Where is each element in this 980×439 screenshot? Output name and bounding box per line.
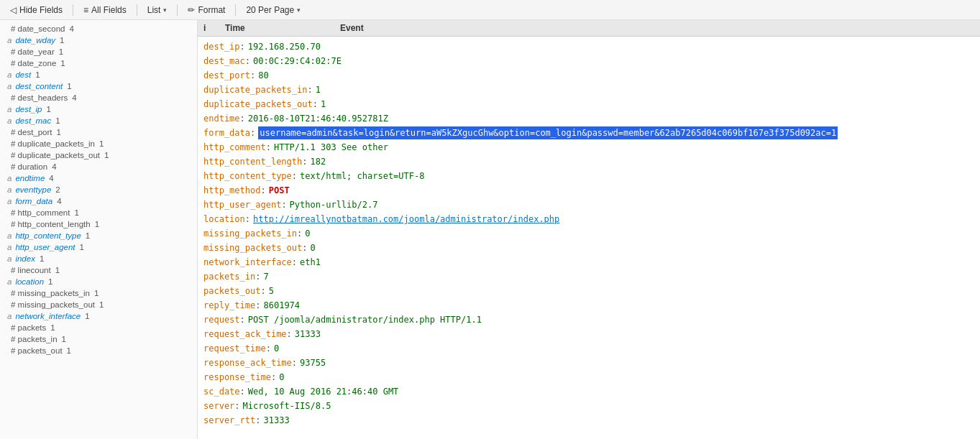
sidebar-item-location[interactable]: alocation1: [0, 276, 197, 287]
sidebar-item-form_data[interactable]: aform_data4: [0, 195, 197, 207]
per-page-button[interactable]: 20 Per Page ▾: [242, 4, 305, 17]
field-type-icon: a: [7, 254, 12, 263]
sidebar-item-index[interactable]: aindex1: [0, 253, 197, 264]
event-field-key: dest_port: [203, 69, 250, 82]
sidebar-item-linecount[interactable]: # linecount1: [0, 264, 197, 276]
event-field-row: http_comment: HTTP/1.1 303 See other: [203, 140, 974, 154]
field-type-icon: a: [7, 231, 12, 240]
sidebar-item-endtime[interactable]: aendtime4: [0, 172, 197, 184]
field-type-icon: a: [7, 312, 12, 320]
field-name-label: # missing_packets_in: [11, 289, 90, 297]
event-field-key: http_comment: [203, 141, 266, 154]
event-field-sep: :: [266, 141, 271, 154]
event-field-value: 8601974: [263, 299, 300, 312]
sidebar-item-duplicate_packets_in[interactable]: # duplicate_packets_in1: [0, 138, 197, 149]
event-field-value: 192.168.250.70: [248, 40, 321, 53]
event-field-value: 93755: [300, 356, 326, 369]
event-field-sep: :: [313, 98, 318, 111]
field-name-label: # missing_packets_out: [11, 300, 95, 309]
event-field-value[interactable]: http://imreallynotbatman.com/joomla/admi…: [253, 213, 559, 226]
event-field-sep: :: [302, 241, 307, 254]
field-type-icon: a: [7, 70, 12, 79]
event-field-key: packets_out: [203, 285, 260, 297]
sidebar-item-missing_packets_out[interactable]: # missing_packets_out1: [0, 299, 197, 310]
event-field-value: 7: [263, 270, 268, 283]
sidebar-item-date_year[interactable]: # date_year1: [0, 46, 197, 57]
field-count-label: 1: [35, 70, 40, 79]
event-field-key: missing_packets_out: [203, 241, 302, 254]
field-count-label: 1: [67, 346, 71, 355]
event-field-row: sc_date: Wed, 10 Aug 2016 21:46:40 GMT: [203, 384, 974, 399]
format-button[interactable]: ✏ Format: [183, 4, 229, 17]
field-count-label: 1: [80, 243, 84, 251]
event-field-key: http_content_length: [203, 155, 302, 168]
field-name-label: dest_content: [15, 82, 63, 91]
sidebar-item-date_second[interactable]: # date_second4: [0, 23, 197, 34]
all-fields-button[interactable]: ≡ All Fields: [79, 4, 131, 17]
sidebar-item-date_wday[interactable]: adate_wday1: [0, 34, 197, 46]
event-field-sep: :: [240, 313, 245, 326]
sidebar-item-http_comment[interactable]: # http_comment1: [0, 207, 197, 218]
format-label: Format: [198, 5, 225, 15]
field-name-label: # duration: [11, 162, 47, 171]
event-field-key: missing_packets_in: [203, 227, 297, 240]
sidebar-item-dest_mac[interactable]: adest_mac1: [0, 115, 197, 126]
field-count-label: 1: [48, 277, 52, 286]
event-field-key: http_method: [203, 184, 260, 197]
event-field-value: Wed, 10 Aug 2016 21:46:40 GMT: [248, 385, 399, 398]
event-field-row: http_content_type: text/html; charset=UT…: [203, 169, 974, 183]
hide-fields-button[interactable]: ◁ Hide Fields: [6, 4, 67, 17]
event-field-key: duplicate_packets_out: [203, 98, 313, 111]
sidebar-item-packets_in[interactable]: # packets_in1: [0, 333, 197, 345]
event-field-sep: :: [266, 342, 271, 355]
event-field-sep: :: [234, 399, 239, 412]
sidebar-item-dest_content[interactable]: adest_content1: [0, 80, 197, 92]
divider-3: [177, 4, 178, 16]
field-name-label: dest_mac: [15, 116, 51, 125]
per-page-chevron-icon: ▾: [297, 6, 301, 14]
sidebar-item-duration[interactable]: # duration4: [0, 161, 197, 172]
sidebar-item-network_interface[interactable]: anetwork_interface1: [0, 310, 197, 322]
event-field-sep: :: [240, 385, 245, 398]
event-field-row: http_user_agent: Python-urllib/2.7: [203, 198, 974, 212]
event-field-key: location: [203, 213, 245, 226]
field-type-icon: a: [7, 174, 12, 182]
event-field-key: server: [203, 399, 234, 412]
list-button[interactable]: List ▾: [143, 4, 172, 17]
sidebar-item-missing_packets_in[interactable]: # missing_packets_in1: [0, 287, 197, 299]
event-field-key: network_interface: [203, 256, 292, 269]
sidebar-item-http_content_length[interactable]: # http_content_length1: [0, 218, 197, 230]
sidebar-item-dest_headers[interactable]: # dest_headers4: [0, 92, 197, 103]
event-field-value: HTTP/1.1 303 See other: [274, 141, 388, 154]
event-field-value: 1: [316, 83, 321, 96]
field-count-label: 1: [86, 231, 90, 240]
sidebar-item-packets_out[interactable]: # packets_out1: [0, 345, 197, 356]
sidebar-item-packets[interactable]: # packets1: [0, 322, 197, 333]
event-field-row: request_ack_time: 31333: [203, 327, 974, 341]
sidebar-item-dest_ip[interactable]: adest_ip1: [0, 103, 197, 115]
list-label: List: [147, 5, 161, 15]
event-field-key: response_time: [203, 371, 271, 384]
sidebar-item-date_zone[interactable]: # date_zone1: [0, 57, 197, 69]
field-name-label: # date_second: [11, 24, 65, 33]
event-field-key: endtime: [203, 112, 240, 125]
sidebar-item-eventtype[interactable]: aeventtype2: [0, 184, 197, 195]
field-count-label: 1: [95, 220, 99, 228]
field-type-icon: a: [7, 197, 12, 205]
event-field-sep: :: [240, 40, 245, 53]
event-field-value: 31333: [295, 328, 321, 341]
event-field-row: location: http://imreallynotbatman.com/j…: [203, 212, 974, 226]
sidebar-item-dest[interactable]: adest1: [0, 69, 197, 80]
sidebar-item-duplicate_packets_out[interactable]: # duplicate_packets_out1: [0, 149, 197, 161]
event-field-row: request: POST /joomla/administrator/inde…: [203, 313, 974, 327]
sidebar-item-http_user_agent[interactable]: ahttp_user_agent1: [0, 241, 197, 253]
field-name-label: dest_ip: [15, 105, 42, 114]
field-count-label: 1: [62, 335, 66, 343]
field-count-label: 4: [69, 24, 73, 33]
sidebar-item-dest_port[interactable]: # dest_port1: [0, 126, 197, 138]
sidebar-item-http_content_type[interactable]: ahttp_content_type1: [0, 230, 197, 241]
event-field-sep: :: [308, 83, 313, 96]
event-field-value: 182: [311, 155, 326, 168]
event-field-row: reply_time: 8601974: [203, 298, 974, 313]
event-field-row: response_ack_time: 93755: [203, 356, 974, 370]
